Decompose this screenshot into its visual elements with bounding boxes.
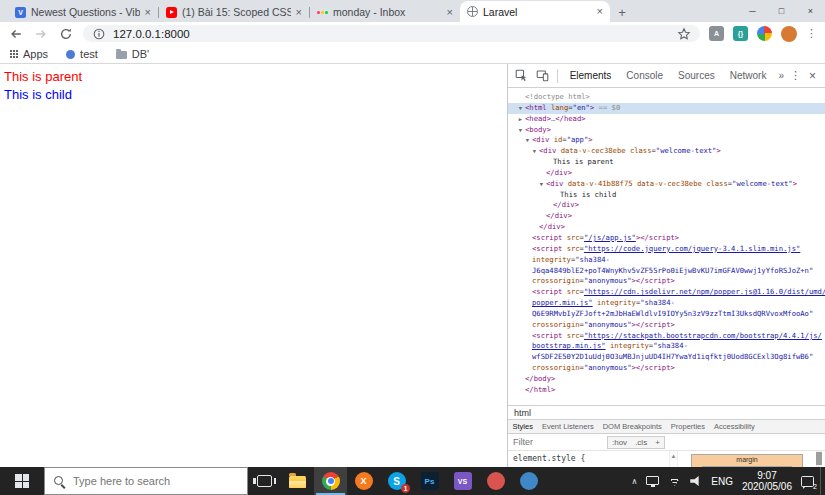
- dom-tree-line[interactable]: </body>: [508, 374, 825, 385]
- box-model-scrollbar[interactable]: [816, 451, 822, 467]
- dom-tree-line[interactable]: integrity="sha384-: [508, 255, 825, 266]
- dom-tree-line[interactable]: bootstrap.min.js" integrity="sha384-: [508, 341, 825, 352]
- restore-button[interactable]: □: [767, 0, 796, 21]
- tab-styles[interactable]: Styles: [508, 422, 537, 431]
- element-style-rule[interactable]: element.style {: [508, 451, 669, 467]
- action-center-icon[interactable]: 2: [801, 476, 814, 487]
- visual-studio-button[interactable]: VS: [446, 467, 479, 495]
- file-explorer-button[interactable]: [281, 467, 314, 495]
- dom-tree-line[interactable]: crossorigin="anonymous"></script>: [508, 363, 825, 374]
- browser-menu-icon[interactable]: ⋮: [806, 27, 817, 40]
- dom-tree-line[interactable]: ▼<html lang="en"> == $0: [508, 103, 825, 114]
- volume-icon[interactable]: [690, 476, 702, 486]
- extension-icon-1[interactable]: A: [709, 26, 724, 41]
- display-tray-icon[interactable]: [646, 476, 659, 485]
- box-model-margin[interactable]: margin border: [691, 454, 803, 467]
- dom-tree-line[interactable]: popper.min.js" integrity="sha384-: [508, 298, 825, 309]
- browser-tab-viblo[interactable]: V Newest Questions - Viblo ×: [8, 2, 158, 22]
- dom-tree-line[interactable]: <!doctype html>: [508, 92, 825, 103]
- dom-tree-line[interactable]: </div>: [508, 211, 825, 222]
- devtools-tab-network[interactable]: Network: [724, 64, 773, 88]
- scroll-up-icon[interactable]: ▲: [671, 453, 677, 467]
- dom-tree-line[interactable]: </div>: [508, 200, 825, 211]
- new-tab-button[interactable]: +: [610, 2, 634, 22]
- tab-event-listeners[interactable]: Event Listeners: [537, 422, 598, 431]
- breadcrumb-html[interactable]: html: [514, 408, 531, 418]
- pinned-app-button-8[interactable]: [479, 467, 512, 495]
- browser-tab-monday[interactable]: monday - Inbox ×: [310, 2, 460, 22]
- device-toolbar-icon[interactable]: [533, 67, 550, 85]
- styles-scrollbar[interactable]: ▲: [669, 451, 678, 467]
- new-style-rule-button[interactable]: +: [651, 437, 664, 448]
- reload-button[interactable]: [58, 26, 74, 42]
- dom-tree-line[interactable]: <script src="https://stackpath.bootstrap…: [508, 331, 825, 342]
- more-tabs-icon[interactable]: »: [775, 70, 787, 81]
- collapse-arrow-icon[interactable]: ▼: [538, 179, 545, 190]
- show-desktop-button[interactable]: [820, 467, 825, 495]
- dom-tree-line[interactable]: <script src="/js/app.js"></script>: [508, 233, 825, 244]
- dom-tree-line[interactable]: crossorigin="anonymous"></script>: [508, 320, 825, 331]
- bookmark-star-icon[interactable]: [676, 26, 692, 42]
- site-info-icon[interactable]: [91, 26, 107, 42]
- dom-tree-line[interactable]: ▼<div id="app">: [508, 135, 825, 146]
- dom-tree-line[interactable]: </div>: [508, 168, 825, 179]
- browser-tab-youtube[interactable]: (1) Bài 15: Scoped CSS trong Vue ×: [159, 2, 309, 22]
- devtools-tab-elements[interactable]: Elements: [564, 64, 618, 88]
- taskbar-clock[interactable]: 9:07 2020/05/06: [742, 470, 792, 492]
- devtools-close-icon[interactable]: ×: [809, 69, 816, 83]
- pinned-app-button-9[interactable]: [512, 467, 545, 495]
- bookmark-item-db[interactable]: DB': [116, 48, 149, 60]
- bookmark-item-test[interactable]: test: [66, 48, 98, 60]
- dom-tree-line[interactable]: ▼<div data-v-cec38ebe class="welcome-tex…: [508, 146, 825, 157]
- dom-tree-line[interactable]: crossorigin="anonymous"></script>: [508, 276, 825, 287]
- dom-tree-line[interactable]: ▼<body>: [508, 125, 825, 136]
- skype-button[interactable]: S 1: [380, 467, 413, 495]
- pseudo-state-toggle[interactable]: :hov: [608, 437, 631, 448]
- collapse-arrow-icon[interactable]: ▼: [517, 125, 524, 136]
- chrome-button[interactable]: [314, 467, 347, 495]
- collapse-arrow-icon[interactable]: ▼: [531, 146, 538, 157]
- dom-tree-line[interactable]: ▶<head>…</head>: [508, 114, 825, 125]
- styles-filter-input[interactable]: [513, 437, 603, 447]
- taskbar-search[interactable]: [44, 467, 248, 495]
- class-toggle[interactable]: .cls: [631, 437, 651, 448]
- extension-icon-3[interactable]: [757, 26, 772, 41]
- tab-close-icon[interactable]: ×: [145, 7, 151, 18]
- dom-tree-line[interactable]: <script src="https://cdn.jsdelivr.net/np…: [508, 287, 825, 298]
- dom-tree-line[interactable]: J6qa4849blE2+poT4WnyKhv5vZF5SrPo0iEjwBvK…: [508, 266, 825, 277]
- dom-tree-line[interactable]: </html>: [508, 385, 825, 396]
- tab-properties[interactable]: Properties: [666, 422, 709, 431]
- dom-tree-line[interactable]: <script src="https://code.jquery.com/jqu…: [508, 244, 825, 255]
- dom-tree-line[interactable]: ▼<div data-v-41b88f75 data-v-cec38ebe cl…: [508, 179, 825, 190]
- tab-dom-breakpoints[interactable]: DOM Breakpoints: [598, 422, 666, 431]
- address-bar[interactable]: 127.0.0.1:8000: [83, 25, 700, 42]
- apps-shortcut[interactable]: Apps: [10, 48, 48, 60]
- forward-button[interactable]: [33, 26, 49, 42]
- photoshop-button[interactable]: Ps: [413, 467, 446, 495]
- search-input[interactable]: [73, 475, 223, 487]
- extension-icon-2[interactable]: {}: [733, 26, 748, 41]
- tab-close-icon[interactable]: ×: [447, 7, 453, 18]
- tab-accessibility[interactable]: Accessibility: [710, 422, 760, 431]
- profile-avatar[interactable]: [781, 26, 797, 42]
- devtools-menu-icon[interactable]: ⋮: [790, 69, 801, 82]
- minimize-button[interactable]: ─: [738, 0, 767, 21]
- inspect-element-icon[interactable]: [513, 67, 530, 85]
- browser-tab-laravel-active[interactable]: Laravel ×: [460, 1, 610, 22]
- task-view-button[interactable]: [248, 467, 281, 495]
- dom-tree-line[interactable]: wfSDF2E50Y2D1uUdj0O3uMBJnjuUD4IH7YwaYd1i…: [508, 352, 825, 363]
- tab-close-icon[interactable]: ×: [296, 7, 302, 18]
- collapse-arrow-icon[interactable]: ▼: [517, 103, 524, 114]
- collapse-arrow-icon[interactable]: ▼: [524, 135, 531, 146]
- dom-tree-line[interactable]: </div>: [508, 222, 825, 233]
- wifi-icon[interactable]: [668, 476, 681, 486]
- devtools-tab-sources[interactable]: Sources: [672, 64, 721, 88]
- hidden-icons-chevron[interactable]: ∧: [631, 477, 637, 486]
- dom-tree-line[interactable]: This is child: [508, 190, 825, 201]
- start-button[interactable]: [0, 467, 44, 495]
- close-window-button[interactable]: ×: [796, 0, 825, 21]
- dom-tree-line[interactable]: This is parent: [508, 157, 825, 168]
- devtools-tab-console[interactable]: Console: [620, 64, 669, 88]
- back-button[interactable]: [8, 26, 24, 42]
- dom-tree-line[interactable]: Q6E9RMvbIyZFJoft+2mJbHaEWldlvI9IOYy5n3zV…: [508, 309, 825, 320]
